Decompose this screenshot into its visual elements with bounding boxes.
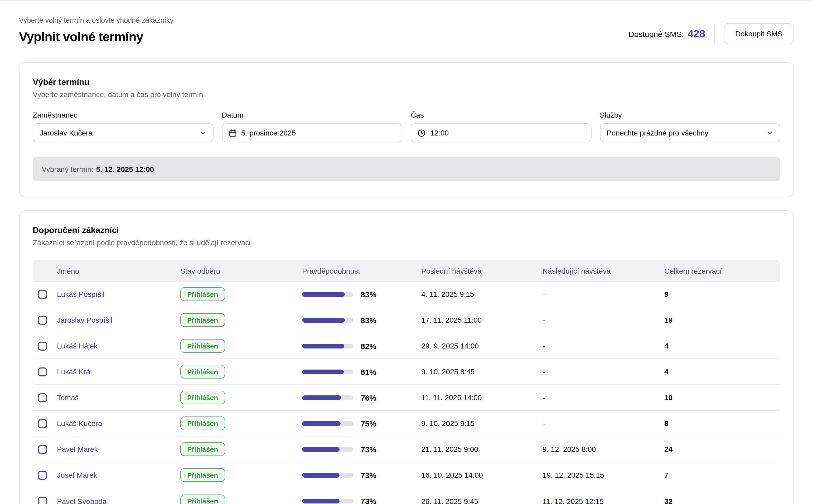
progress-track	[302, 318, 353, 322]
total-reservations-cell: 24	[664, 445, 780, 453]
time-picker-value: 12:00	[430, 129, 584, 137]
services-select-value: Ponechte prázdné pro všechny	[607, 129, 762, 137]
page-subtitle: Vyberte volný termín a oslovte vhodné zá…	[19, 16, 173, 25]
row-checkbox[interactable]	[38, 316, 47, 324]
probability-value: 73%	[361, 471, 376, 479]
probability-cell: 82%	[302, 341, 421, 350]
customer-name-link[interactable]: Lukáš Hájek	[57, 342, 98, 350]
last-visit-cell: 9. 10. 2025 9:15	[421, 419, 543, 428]
checkbox-cell	[33, 316, 57, 324]
probability-cell: 83%	[302, 290, 421, 299]
table-header-row: Jméno Stav odběru Pravděpodobnost Posled…	[33, 260, 780, 282]
subscription-status-badge: Přihlášen	[180, 391, 225, 404]
last-visit-cell: 26. 11. 2025 9:45	[421, 497, 543, 504]
probability-value: 73%	[361, 445, 376, 454]
table-row: Lukáš Pospíšil Přihlášen 83% 4. 11. 2025…	[33, 282, 780, 307]
chevron-down-icon	[766, 129, 773, 137]
term-form: Zaměstnanec Jaroslav Kučera Datum 5. pro…	[33, 111, 780, 142]
next-visit-cell: 19. 12. 2025 15:15	[543, 471, 664, 479]
checkbox-cell	[33, 393, 57, 402]
progress-track	[302, 421, 353, 426]
column-header-subscription: Stav odběru	[180, 266, 302, 275]
next-visit-cell: -	[543, 316, 664, 324]
row-checkbox[interactable]	[38, 290, 47, 299]
total-reservations-cell: 8	[664, 419, 780, 428]
checkbox-cell	[33, 290, 57, 299]
employee-select[interactable]: Jaroslav Kučera	[33, 123, 213, 142]
progress-fill	[302, 447, 340, 452]
page: Vyberte volný termín a oslovte vhodné zá…	[0, 0, 813, 504]
sms-credit-area: Dostupné SMS: 428 Dokoupit SMS	[628, 23, 794, 44]
checkbox-cell	[33, 419, 57, 428]
buy-sms-button[interactable]: Dokoupit SMS	[724, 23, 794, 44]
next-visit-cell: -	[543, 342, 664, 350]
total-reservations-cell: 32	[664, 497, 780, 504]
services-select[interactable]: Ponechte prázdné pro všechny	[600, 123, 780, 142]
row-checkbox[interactable]	[38, 497, 47, 504]
clock-icon	[418, 129, 425, 137]
employee-label: Zaměstnanec	[33, 111, 213, 119]
last-visit-cell: 9. 10. 2025 8:45	[421, 367, 543, 376]
customer-name-link[interactable]: Josef Marek	[57, 471, 97, 479]
table-row: Lukáš Hájek Přihlášen 82% 29. 9. 2025 14…	[33, 333, 780, 359]
total-reservations-cell: 4	[664, 342, 780, 350]
last-visit-cell: 11. 11. 2025 14:00	[421, 393, 543, 402]
subscription-status-badge: Přihlášen	[180, 339, 225, 353]
checkbox-cell	[33, 367, 57, 376]
customer-name-link[interactable]: Pavel Svoboda	[57, 497, 107, 504]
customer-name-link[interactable]: Jaroslav Pospíšil	[57, 316, 112, 324]
progress-fill	[302, 343, 344, 348]
checkbox-cell	[33, 341, 57, 350]
customer-name-link[interactable]: Lukáš Kučera	[57, 419, 102, 428]
row-checkbox[interactable]	[38, 393, 47, 402]
progress-fill	[302, 499, 340, 503]
next-visit-cell: 11. 12. 2025 12:15	[543, 497, 664, 504]
subscription-status-badge: Přihlášen	[180, 287, 225, 301]
employee-select-value: Jaroslav Kučera	[40, 129, 195, 137]
probability-cell: 81%	[302, 367, 421, 376]
column-header-probability: Pravděpodobnost	[302, 266, 421, 275]
probability-value: 83%	[361, 290, 376, 299]
row-checkbox[interactable]	[38, 445, 47, 454]
date-label: Datum	[222, 111, 402, 119]
screenshot-stage: Vyberte volný termín a oslovte vhodné zá…	[0, 0, 813, 504]
probability-value: 75%	[361, 419, 376, 428]
page-title: Vyplnit volné termíny	[19, 29, 173, 45]
date-picker-value: 5. prosince 2025	[241, 129, 395, 137]
next-visit-cell: -	[543, 367, 664, 376]
probability-cell: 73%	[302, 445, 421, 454]
next-visit-cell: -	[543, 393, 664, 402]
customer-name-link[interactable]: Tomáš	[57, 393, 79, 402]
probability-value: 73%	[361, 497, 376, 504]
time-field: Čas 12:00	[411, 111, 591, 142]
table-row: Pavel Svoboda Přihlášen 73% 26. 11. 2025…	[33, 488, 780, 504]
probability-value: 82%	[361, 341, 376, 350]
customer-name-link[interactable]: Pavel Marek	[57, 445, 98, 453]
progress-fill	[302, 292, 345, 297]
date-picker[interactable]: 5. prosince 2025	[222, 123, 402, 142]
customer-name-link[interactable]: Lukáš Pospíšil	[57, 290, 105, 298]
last-visit-cell: 29. 9. 2025 14:00	[421, 342, 543, 350]
subscription-status-badge: Přihlášen	[180, 365, 225, 379]
selected-term-value: 5. 12. 2025 12:00	[96, 165, 154, 173]
subscription-status-badge: Přihlášen	[180, 313, 225, 327]
term-card-subtitle: Vyberte zaměstnance, datum a čas pro vol…	[33, 89, 780, 100]
table-row: Pavel Marek Přihlášen 73% 21. 11. 2025 9…	[33, 437, 780, 462]
sms-available-label: Dostupné SMS:	[628, 29, 684, 38]
row-checkbox[interactable]	[38, 341, 47, 350]
chevron-down-icon	[199, 129, 206, 137]
probability-value: 76%	[361, 393, 376, 402]
progress-fill	[302, 395, 341, 400]
column-header-last-visit: Poslední návštěva	[421, 266, 543, 275]
services-label: Služby	[600, 111, 780, 119]
customers-table: Jméno Stav odběru Pravděpodobnost Posled…	[33, 260, 780, 504]
customer-name-link[interactable]: Lukáš Král	[57, 367, 92, 376]
employee-field: Zaměstnanec Jaroslav Kučera	[33, 111, 213, 142]
last-visit-cell: 21. 11. 2025 9:00	[421, 445, 543, 453]
time-picker[interactable]: 12:00	[411, 123, 591, 142]
row-checkbox[interactable]	[38, 419, 47, 428]
probability-cell: 73%	[302, 497, 421, 504]
row-checkbox[interactable]	[38, 471, 47, 479]
customers-card-subtitle: Zákazníci seřazení podle pravděpodobnost…	[33, 237, 780, 248]
row-checkbox[interactable]	[38, 367, 47, 376]
